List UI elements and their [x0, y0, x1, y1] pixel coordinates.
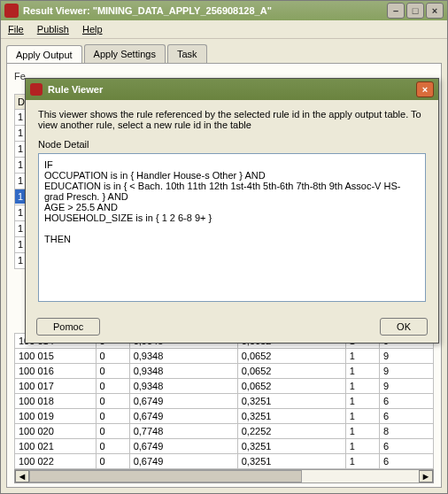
table-row[interactable]: 100 02000,77480,225218 — [15, 424, 434, 439]
table-cell: 0,3251 — [237, 394, 345, 409]
maximize-button[interactable]: □ — [406, 3, 424, 19]
table-row[interactable]: 100 02100,67490,325116 — [15, 439, 434, 454]
table-cell: 0,7748 — [129, 424, 237, 439]
table-cell: 0,2252 — [237, 424, 345, 439]
table-cell: 0,9348 — [129, 349, 237, 364]
table-cell: 1 — [345, 364, 379, 379]
rule-viewer-dialog: Rule Viewer × This viewer shows the rule… — [25, 78, 439, 343]
table-cell: 8 — [379, 424, 433, 439]
table-cell: 100 022 — [15, 454, 97, 469]
table-cell: 0,3251 — [237, 409, 345, 424]
table-cell: 100 018 — [15, 394, 97, 409]
rule-text-box[interactable]: IF OCCUPATION is in { Handler House-s Ot… — [38, 153, 426, 302]
ok-button[interactable]: OK — [380, 318, 428, 336]
table-cell: 0,9348 — [129, 364, 237, 379]
menubar: File Publish Help — [1, 20, 447, 39]
table-cell: 0,6749 — [129, 409, 237, 424]
menu-publish[interactable]: Publish — [37, 24, 69, 35]
table-cell: 0 — [96, 454, 129, 469]
result-grid[interactable]: 100 01400,93480,065219100 01500,93480,06… — [14, 333, 434, 469]
table-cell: 0,0652 — [237, 379, 345, 394]
minimize-button[interactable]: – — [387, 3, 405, 19]
dialog-body: This viewer shows the rule referenced by… — [26, 100, 438, 311]
titlebar: Result Viewer: "MINING_DATA_APPLY_256908… — [1, 1, 447, 20]
scroll-right-button[interactable]: ► — [419, 470, 433, 482]
table-row[interactable]: 100 01600,93480,065219 — [15, 364, 434, 379]
horizontal-scrollbar[interactable]: ◄ ► — [14, 469, 434, 483]
table-row[interactable]: 100 01500,93480,065219 — [15, 349, 434, 364]
scroll-thumb[interactable] — [29, 470, 302, 482]
table-cell: 0 — [96, 349, 129, 364]
table-cell: 0 — [96, 379, 129, 394]
table-cell: 0 — [96, 394, 129, 409]
table-cell: 100 019 — [15, 409, 97, 424]
table-cell: 6 — [379, 409, 433, 424]
help-button[interactable]: Pomoc — [36, 318, 100, 336]
table-cell: 100 015 — [15, 349, 97, 364]
table-cell: 0 — [96, 409, 129, 424]
scroll-track[interactable] — [29, 470, 419, 482]
table-cell: 9 — [379, 349, 433, 364]
table-cell: 6 — [379, 439, 433, 454]
table-cell: 6 — [379, 394, 433, 409]
dialog-button-row: Pomoc OK — [26, 311, 438, 343]
app-icon — [4, 4, 19, 18]
tab-task[interactable]: Task — [167, 44, 207, 63]
tab-apply-settings[interactable]: Apply Settings — [84, 44, 166, 63]
table-cell: 1 — [345, 454, 379, 469]
dialog-intro-text: This viewer shows the rule referenced by… — [38, 109, 426, 130]
dialog-close-button[interactable]: × — [416, 81, 434, 97]
fetch-label-partial: Fe — [14, 71, 26, 81]
dialog-icon — [30, 83, 42, 96]
menu-help[interactable]: Help — [82, 24, 103, 35]
table-cell: 1 — [345, 349, 379, 364]
table-cell: 6 — [379, 454, 433, 469]
scroll-left-button[interactable]: ◄ — [15, 470, 29, 482]
table-cell: 0,6749 — [129, 439, 237, 454]
table-cell: 9 — [379, 379, 433, 394]
table-cell: 1 — [345, 424, 379, 439]
table-cell: 100 020 — [15, 424, 97, 439]
table-row[interactable]: 100 02200,67490,325116 — [15, 454, 434, 469]
menu-file[interactable]: File — [8, 24, 24, 35]
table-cell: 0,6749 — [129, 454, 237, 469]
table-cell: 1 — [345, 439, 379, 454]
table-cell: 0,9348 — [129, 379, 237, 394]
table-cell: 0,3251 — [237, 439, 345, 454]
table-cell: 1 — [345, 409, 379, 424]
table-cell: 0,3251 — [237, 454, 345, 469]
table-cell: 100 017 — [15, 379, 97, 394]
table-cell: 9 — [379, 364, 433, 379]
table-row[interactable]: 100 01700,93480,065219 — [15, 379, 434, 394]
table-cell: 0,6749 — [129, 394, 237, 409]
table-cell: 1 — [345, 394, 379, 409]
dialog-titlebar: Rule Viewer × — [26, 79, 438, 100]
table-cell: 0,0652 — [237, 349, 345, 364]
table-cell: 0,0652 — [237, 364, 345, 379]
tab-strip: Apply Output Apply Settings Task — [6, 44, 442, 63]
window-title: Result Viewer: "MINING_DATA_APPLY_256908… — [23, 5, 272, 16]
table-cell: 0 — [96, 364, 129, 379]
table-cell: 0 — [96, 439, 129, 454]
table-row[interactable]: 100 01900,67490,325116 — [15, 409, 434, 424]
dialog-title: Rule Viewer — [48, 84, 103, 95]
close-window-button[interactable]: × — [426, 3, 444, 19]
table-cell: 100 016 — [15, 364, 97, 379]
table-row[interactable]: 100 01800,67490,325116 — [15, 394, 434, 409]
table-cell: 0 — [96, 424, 129, 439]
table-cell: 1 — [345, 379, 379, 394]
table-cell: 100 021 — [15, 439, 97, 454]
tab-apply-output[interactable]: Apply Output — [6, 45, 82, 64]
node-detail-label: Node Detail — [38, 139, 426, 150]
